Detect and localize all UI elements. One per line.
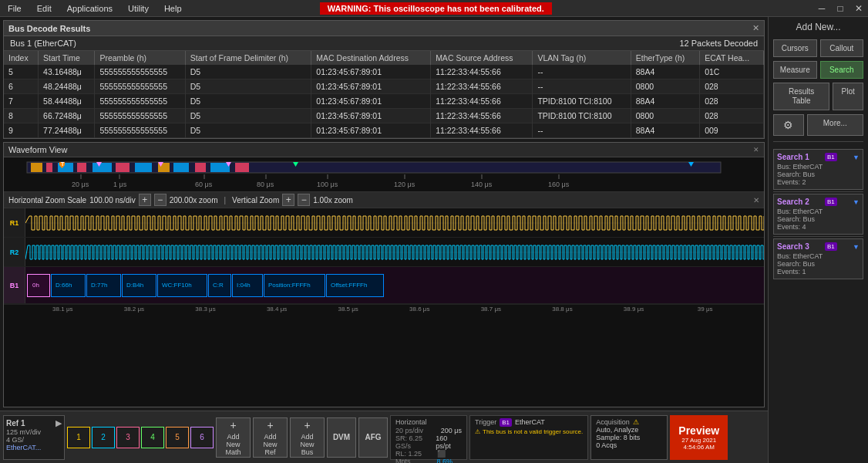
settings-button[interactable]: ⚙ [773, 114, 804, 136]
channel-btn-2[interactable]: 2 [92, 427, 115, 448]
menu-edit[interactable]: Edit [29, 2, 59, 15]
svg-rect-4 [77, 163, 86, 172]
v-zoom-minus-button[interactable]: − [298, 194, 310, 206]
plot-button[interactable]: Plot [833, 83, 863, 110]
cell-preamble: 555555555555555 [95, 109, 185, 123]
search-1-events: Events: 2 [777, 178, 860, 186]
cursors-button[interactable]: Cursors [773, 39, 817, 57]
bus-decode-table-container[interactable]: Index Start Time Preamble (h) Start of F… [4, 51, 764, 138]
table-row[interactable]: 8 66.72488μ 555555555555555 D5 01:23:45:… [4, 109, 764, 123]
add-math-label: AddNewMath [225, 433, 241, 456]
table-row[interactable]: 6 48.24488μ 555555555555555 D5 01:23:45:… [4, 79, 764, 94]
cell-ecat: 028 [700, 109, 764, 123]
search-2-type: Search: Bus [777, 215, 860, 223]
menu-utility[interactable]: Utility [120, 2, 156, 15]
ref-header: Ref 1 ▶ [6, 418, 62, 428]
search-1-header: Search 1 B1 ▼ [777, 153, 860, 161]
channel-btn-5[interactable]: 5 [166, 427, 189, 448]
channel-btn-6[interactable]: 6 [190, 427, 214, 448]
search-3-bus: Bus: EtherCAT [777, 252, 860, 260]
minimize-button[interactable]: ─ [812, 0, 831, 17]
channel-waveform-r2 [25, 238, 764, 266]
results-table-button[interactable]: Results Table [773, 83, 829, 110]
afg-button[interactable]: AFG [358, 417, 388, 458]
timing-1: 38.2 μs [99, 306, 170, 313]
trigger-badge: B1 [500, 418, 512, 427]
ref-box: Ref 1 ▶ 125 mV/div 4 GS/ EtherCAT... [3, 415, 65, 460]
table-row[interactable]: 5 43.16488μ 555555555555555 D5 01:23:45:… [4, 65, 764, 79]
cell-ecat: 028 [700, 94, 764, 109]
horizontal-scale-row: 20 ps/div 200 μs [395, 427, 462, 434]
col-sfd: Start of Frame Delimiter (h) [185, 51, 311, 65]
waveform-close-button[interactable]: ✕ [753, 196, 759, 204]
search-button[interactable]: Search [820, 61, 864, 79]
maximize-button[interactable]: □ [831, 0, 849, 17]
bus-timing-row: 38.1 μs 38.2 μs 38.3 μs 38.4 μs 38.5 μs … [4, 304, 764, 313]
h-zoom-label: Horizontal Zoom Scale [8, 196, 86, 204]
acq-label: Acquisition [596, 418, 630, 426]
menu-applications[interactable]: Applications [59, 2, 120, 15]
h-zoom-minus-button[interactable]: − [154, 194, 167, 206]
bus-decode-close-button[interactable]: ✕ [752, 23, 759, 33]
timing-6: 38.7 μs [456, 306, 527, 313]
search-1-arrow[interactable]: ▼ [853, 154, 860, 161]
add-new-label: Add New... [773, 22, 863, 35]
cell-ethertype: 88A4 [631, 94, 699, 109]
dvm-button[interactable]: DVM [327, 417, 356, 458]
waveform-collapse-button[interactable]: ✕ [753, 146, 759, 154]
col-vlan: VLAN Tag (h) [533, 51, 631, 65]
svg-rect-11 [210, 163, 230, 172]
search-box-3: Search 3 B1 ▼ Bus: EtherCAT Search: Bus … [773, 238, 863, 279]
cell-mac-dest: 01:23:45:67:89:01 [311, 94, 431, 109]
menu-help[interactable]: Help [156, 2, 190, 15]
col-ethertype: EtherType (h) [631, 51, 699, 65]
table-row[interactable]: 9 77.24488μ 555555555555555 D5 01:23:45:… [4, 123, 764, 138]
search-boxes-container: Search 1 B1 ▼ Bus: EtherCAT Search: Bus … [773, 147, 863, 279]
channel-btn-4[interactable]: 4 [141, 427, 164, 448]
channel-btn-1[interactable]: 1 [67, 427, 90, 448]
waveform-timeline[interactable]: T 20 μs 1 μs 60 μs [4, 157, 764, 192]
measure-button[interactable]: Measure [773, 61, 817, 79]
search-2-arrow[interactable]: ▼ [853, 198, 860, 206]
b1-seg-db4: D:B4h [122, 274, 156, 297]
col-start-time: Start Time [39, 51, 95, 65]
cell-sfd: D5 [185, 94, 311, 109]
more-button[interactable]: More... [807, 114, 863, 136]
horizontal-info-box: Horizontal 20 ps/div 200 μs SR: 6.25 GS/… [390, 415, 467, 460]
col-mac-dest: MAC Destination Address [311, 51, 431, 65]
timing-2: 38.3 μs [170, 306, 241, 313]
h-zoom-plus-button[interactable]: + [139, 194, 151, 206]
cell-mac-src: 11:22:33:44:55:66 [431, 79, 533, 94]
ref-expand-button[interactable]: ▶ [56, 418, 62, 428]
v-zoom-plus-button[interactable]: + [282, 194, 294, 206]
preview-button[interactable]: Preview 27 Aug 2021 4:54:06 AM [670, 415, 728, 460]
cell-preamble: 555555555555555 [95, 79, 185, 94]
search-2-header: Search 2 B1 ▼ [777, 198, 860, 206]
waveform-section: Waveform View ✕ [3, 142, 765, 407]
channel-btn-3[interactable]: 3 [116, 427, 140, 448]
bus-decode-header: Bus Decode Results ✕ [4, 21, 764, 36]
cell-mac-src: 11:22:33:44:55:66 [431, 94, 533, 109]
b1-seg-cr: C:R [208, 274, 231, 297]
add-bus-button[interactable]: + AddNewBus [290, 417, 325, 458]
search-3-arrow[interactable]: ▼ [853, 243, 860, 251]
acq-header: Acquisition ⚠ [596, 418, 662, 426]
close-button[interactable]: ✕ [849, 0, 868, 17]
cell-sfd: D5 [185, 123, 311, 138]
trigger-warn-text: This bus is not a valid trigger source. [483, 428, 583, 435]
cell-index: 7 [4, 94, 39, 109]
menu-file[interactable]: File [0, 2, 29, 15]
search-2-badge: B1 [825, 198, 837, 206]
add-math-button[interactable]: + AddNewMath [216, 417, 251, 458]
timeline-svg: T 20 μs 1 μs 60 μs [4, 157, 764, 192]
add-ref-button[interactable]: + AddNewRef [253, 417, 288, 458]
acq-acqs: 0 Acqs [596, 441, 662, 449]
search-2-label: Search 2 [777, 198, 809, 206]
cell-sfd: D5 [185, 109, 311, 123]
table-row[interactable]: 7 58.44488μ 555555555555555 D5 01:23:45:… [4, 94, 764, 109]
add-bus-icon: + [304, 419, 310, 431]
search-box-2: Search 2 B1 ▼ Bus: EtherCAT Search: Bus … [773, 194, 863, 235]
trigger-label: Trigger [475, 418, 496, 426]
b1-seg-pos: Position:FFFFh [264, 274, 325, 297]
callout-button[interactable]: Callout [820, 39, 864, 57]
